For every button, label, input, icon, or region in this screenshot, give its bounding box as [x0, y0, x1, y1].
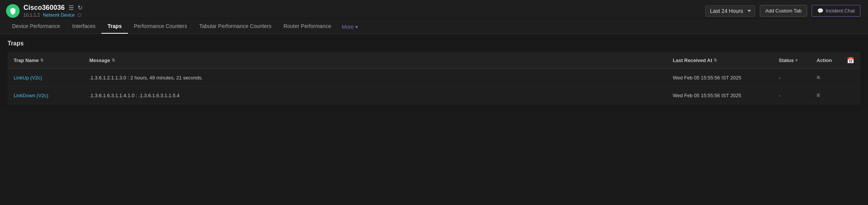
traps-table: Trap Name ⇅ Message ⇅ Last Received At ⇅: [8, 52, 860, 104]
chevron-down-icon: ▾: [355, 24, 358, 30]
trap-cal-cell-0: [841, 69, 860, 87]
sort-icon-message: ⇅: [112, 58, 115, 63]
content-area: Traps Trap Name ⇅ Message ⇅: [0, 34, 868, 110]
col-header-action: Action: [810, 52, 841, 69]
trap-message-cell-0: .1.3.6.1.2.1.1.3.0 : 2 hours, 48 minutes…: [83, 69, 667, 87]
refresh-icon[interactable]: ↻: [78, 4, 82, 11]
add-custom-tab-button[interactable]: Add Custom Tab: [760, 5, 807, 17]
sort-trap-name[interactable]: Trap Name ⇅: [14, 57, 44, 63]
header-left: Cisco360036 ☰ ↻ 10.1.1.2 Network Device …: [6, 4, 82, 18]
section-title: Traps: [8, 40, 860, 47]
calendar-icon[interactable]: 📅: [847, 57, 854, 64]
sort-message[interactable]: Message ⇅: [89, 57, 115, 63]
trap-name-cell-1: LinkDown (V2c): [8, 87, 83, 104]
action-menu-icon-0[interactable]: ≡: [817, 74, 820, 81]
trap-name-cell: LinkUp (V2c): [8, 69, 83, 87]
incident-chat-icon: 💬: [817, 8, 823, 14]
table-row: LinkUp (V2c) .1.3.6.1.2.1.1.3.0 : 2 hour…: [8, 69, 860, 87]
trap-name-link-0[interactable]: LinkUp (V2c): [14, 75, 42, 81]
tab-router-performance[interactable]: Router Performance: [277, 19, 337, 34]
col-header-trap-name[interactable]: Trap Name ⇅: [8, 52, 83, 69]
device-status-icon: [6, 4, 20, 18]
nav-tabs: Device Performance Interfaces Traps Perf…: [0, 19, 868, 34]
col-header-last-received[interactable]: Last Received At ⇅: [667, 52, 773, 69]
tab-performance-counters[interactable]: Performance Counters: [128, 19, 193, 34]
device-title-row: Cisco360036 ☰ ↻: [23, 4, 82, 12]
tab-device-performance[interactable]: Device Performance: [6, 19, 66, 34]
device-info: Cisco360036 ☰ ↻ 10.1.1.2 Network Device …: [23, 4, 82, 18]
trap-name-link-1[interactable]: LinkDown (V2c): [14, 93, 48, 98]
sort-icon-status: ▾: [795, 58, 798, 63]
trap-action-cell-1: ≡: [810, 87, 841, 104]
trap-cal-cell-1: [841, 87, 860, 104]
time-range-select[interactable]: Last 24 HoursLast 6 HoursLast 12 HoursLa…: [705, 5, 755, 17]
device-type[interactable]: Network Device: [43, 12, 75, 18]
col-header-message[interactable]: Message ⇅: [83, 52, 667, 69]
sort-icon-last-received: ⇅: [714, 58, 717, 63]
table-header-row: Trap Name ⇅ Message ⇅ Last Received At ⇅: [8, 52, 860, 69]
sort-status[interactable]: Status ▾: [779, 57, 798, 63]
col-header-calendar[interactable]: 📅: [841, 52, 860, 69]
header: Cisco360036 ☰ ↻ 10.1.1.2 Network Device …: [0, 0, 868, 18]
trap-action-cell-0: ≡: [810, 69, 841, 87]
trap-status-cell-0: -: [773, 69, 810, 87]
tag-icon: ⬡: [78, 12, 81, 18]
incident-chat-button[interactable]: 💬 Incident Chat: [812, 5, 860, 17]
hamburger-icon[interactable]: ☰: [68, 4, 74, 11]
col-header-status[interactable]: Status ▾: [773, 52, 810, 69]
tab-tabular-performance-counters[interactable]: Tabular Performance Counters: [193, 19, 278, 34]
sort-last-received[interactable]: Last Received At ⇅: [673, 57, 717, 63]
tab-traps[interactable]: Traps: [101, 19, 128, 34]
sort-icon-trap-name: ⇅: [40, 58, 44, 63]
table-row: LinkDown (V2c) .1.3.6.1.6.3.1.1.4.1.0 : …: [8, 87, 860, 104]
header-right: Last 24 HoursLast 6 HoursLast 12 HoursLa…: [705, 5, 860, 17]
trap-message-cell-1: .1.3.6.1.6.3.1.1.4.1.0 : .1.3.6.1.6.3.1.…: [83, 87, 667, 104]
trap-status-cell-1: -: [773, 87, 810, 104]
tab-interfaces[interactable]: Interfaces: [66, 19, 101, 34]
device-name: Cisco360036: [23, 4, 65, 12]
more-label: More: [342, 24, 354, 30]
device-subtitle: 10.1.1.2 Network Device ⬡: [23, 12, 82, 18]
action-menu-icon-1[interactable]: ≡: [817, 92, 820, 98]
trap-last-received-cell-0: Wed Feb 05 15:55:56 IST 2025: [667, 69, 773, 87]
trap-last-received-cell-1: Wed Feb 05 15:55:56 IST 2025: [667, 87, 773, 104]
device-ip: 10.1.1.2: [23, 12, 40, 18]
tab-more[interactable]: More ▾: [337, 20, 362, 34]
incident-chat-label: Incident Chat: [826, 8, 855, 14]
